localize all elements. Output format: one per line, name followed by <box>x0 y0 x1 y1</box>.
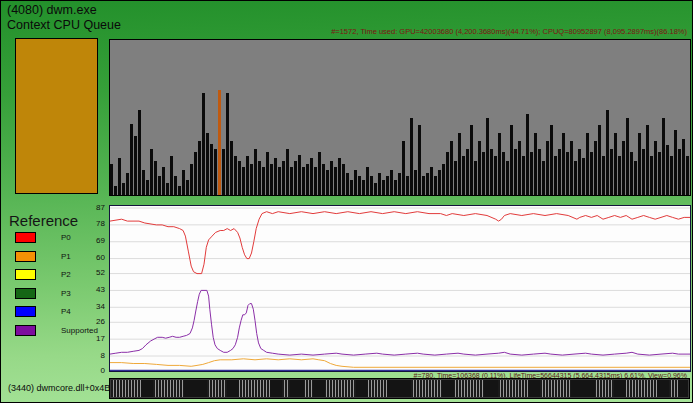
histogram-bar <box>610 149 613 196</box>
histogram-bar <box>310 158 313 195</box>
histogram-bar <box>458 133 461 195</box>
legend-swatch-supported <box>15 325 36 336</box>
legend-title: Reference <box>9 212 78 229</box>
histogram-bar <box>650 156 653 195</box>
histogram-bar <box>198 141 201 195</box>
histogram-bar <box>454 161 457 195</box>
y-tick-label: 60 <box>81 253 105 262</box>
histogram-bar <box>562 133 565 195</box>
histogram-bar <box>654 141 657 195</box>
histogram-bar <box>390 170 393 195</box>
gpuview-process-window: (4080) dwm.exe Context CPU Queue #=1572,… <box>0 0 693 403</box>
histogram-bar <box>206 133 209 195</box>
histogram-bar <box>674 130 677 195</box>
histogram-bar <box>130 124 133 195</box>
legend-swatch-p0 <box>15 232 36 243</box>
legend-swatch-p1 <box>15 251 36 262</box>
legend-label: P1 <box>61 252 71 261</box>
legend-swatch-p3 <box>15 288 36 299</box>
histogram-bar <box>266 152 269 195</box>
y-tick-label: 0 <box>81 366 105 375</box>
histogram-bar <box>218 90 221 195</box>
histogram-bar <box>450 141 453 195</box>
histogram-bar <box>262 167 265 195</box>
histogram-bar <box>614 133 617 195</box>
histogram-bar <box>350 180 353 196</box>
histogram-bar <box>274 158 277 195</box>
histogram-bar <box>518 141 521 195</box>
legend-label: P2 <box>61 270 71 279</box>
histogram-bar <box>334 167 337 195</box>
y-axis: 87786960524334261780 <box>81 205 105 373</box>
histogram-bar <box>238 161 241 195</box>
legend-label: P0 <box>61 233 71 242</box>
y-tick-label: 52 <box>81 268 105 277</box>
histogram-bar <box>670 156 673 195</box>
histogram-bar <box>422 176 425 195</box>
y-tick-label: 26 <box>81 317 105 326</box>
histogram-bar <box>406 176 409 195</box>
histogram-bar <box>362 180 365 196</box>
histogram-bar <box>366 167 369 195</box>
histogram-bar <box>178 186 181 195</box>
histogram-bar <box>210 144 213 195</box>
histogram-bar <box>282 161 285 195</box>
histogram-bar <box>298 155 301 195</box>
histogram-bar <box>482 152 485 195</box>
y-tick-label: 69 <box>81 236 105 245</box>
histogram-bar <box>158 176 161 195</box>
histogram-bar <box>522 156 525 195</box>
histogram-bar <box>314 167 317 195</box>
histogram-bar <box>462 156 465 195</box>
histogram-bar <box>630 152 633 195</box>
gpu-cpu-time-stats: #=1572, Time used: GPU=42003680 (4,200.3… <box>331 28 687 36</box>
line-chart-svg <box>110 206 690 371</box>
cpu-queue-histogram[interactable] <box>109 39 691 196</box>
histogram-bar <box>570 141 573 195</box>
histogram-bar <box>190 164 193 195</box>
histogram-bar <box>530 152 533 195</box>
histogram-bar <box>174 176 177 195</box>
y-tick-label: 17 <box>81 334 105 343</box>
histogram-bar <box>638 133 641 195</box>
histogram-bar <box>574 161 577 195</box>
legend-swatch-p4 <box>15 306 36 317</box>
histogram-bar <box>286 149 289 196</box>
histogram-bar <box>678 149 681 196</box>
histogram-bar <box>434 176 437 195</box>
priority-line-chart[interactable] <box>109 205 691 372</box>
histogram-bar <box>134 136 137 195</box>
histogram-bar <box>686 156 689 195</box>
y-tick-label: 8 <box>81 351 105 360</box>
histogram-bar <box>566 152 569 195</box>
histogram-bar <box>226 93 229 195</box>
histogram-bar <box>550 125 553 195</box>
histogram-bar <box>666 145 669 195</box>
histogram-bar <box>358 176 361 195</box>
event-timeline-strip[interactable] <box>109 378 690 399</box>
histogram-bar <box>126 173 129 195</box>
histogram-bar <box>142 170 145 195</box>
histogram-bar <box>586 133 589 195</box>
histogram-bar <box>354 170 357 195</box>
histogram-bar <box>582 158 585 195</box>
histogram-bar <box>490 149 493 196</box>
histogram-bar <box>278 167 281 195</box>
y-tick-label: 43 <box>81 285 105 294</box>
histogram-bar <box>414 170 417 195</box>
histogram-bar <box>430 167 433 195</box>
histogram-bar <box>410 118 413 196</box>
histogram-bar <box>342 164 345 195</box>
histogram-bar <box>386 176 389 195</box>
histogram-bar <box>474 161 477 195</box>
histogram-bar <box>234 156 237 195</box>
histogram-bar <box>542 161 545 195</box>
histogram-bar <box>110 164 113 195</box>
legend-label: P3 <box>61 289 71 298</box>
histogram-bar <box>626 118 629 196</box>
histogram-bar <box>214 149 217 196</box>
histogram-bar <box>306 164 309 195</box>
y-tick-label: 34 <box>81 302 105 311</box>
histogram-bar <box>658 152 661 195</box>
histogram-bar <box>194 152 197 195</box>
